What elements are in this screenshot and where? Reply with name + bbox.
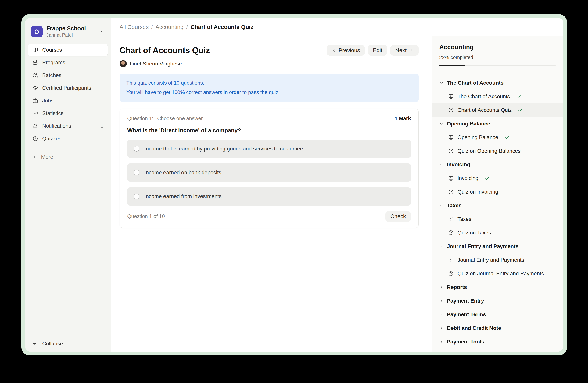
sidebar-more[interactable]: More (28, 151, 108, 163)
chevron-right-icon (439, 285, 443, 289)
chevron-down-icon (439, 203, 443, 208)
quiz-main: Chart of Accounts Quiz Previous Edit (111, 36, 432, 352)
outline-item-invoicing[interactable]: Invoicing (432, 172, 563, 185)
chevron-right-icon (439, 312, 443, 317)
check-button[interactable]: Check (385, 211, 411, 222)
answer-option-label: Income that is earned by providing goods… (144, 146, 306, 152)
outline-item-quiz-on-invoicing[interactable]: Quiz on Invoicing (432, 185, 563, 199)
outline-item-label: Opening Balance (458, 134, 498, 140)
outline-section-journal-entry-and-payments[interactable]: Journal Entry and Payments (432, 240, 563, 253)
sidebar-item-batches[interactable]: Batches (28, 69, 108, 81)
outline-section-title: Reports (447, 284, 467, 290)
next-button-label: Next (395, 47, 406, 54)
previous-button[interactable]: Previous (327, 45, 365, 56)
check-icon (518, 108, 523, 113)
notification-count-badge: 1 (101, 123, 104, 129)
sidebar-item-courses[interactable]: Courses (28, 44, 108, 56)
outline-section-payment-tools[interactable]: Payment Tools (432, 335, 563, 348)
outline-section-payment-entry[interactable]: Payment Entry (432, 294, 563, 308)
answer-option-1[interactable]: Income that is earned by providing goods… (127, 140, 411, 158)
left-sidebar: Frappe School Jannat Patel CoursesProgra… (25, 18, 111, 352)
help-circle-icon (448, 271, 454, 276)
workspace-switcher[interactable]: Frappe School Jannat Patel (28, 24, 108, 39)
users-icon (32, 73, 38, 78)
outline-item-the-chart-of-accounts[interactable]: The Chart of Accounts (432, 90, 563, 103)
quiz-toolbar: Previous Edit Next (327, 45, 419, 56)
outline-section-title: Payment Entry (447, 298, 484, 304)
monitor-play-icon (448, 257, 454, 263)
chevron-right-icon (409, 48, 414, 53)
check-icon (484, 176, 490, 181)
check-icon (504, 135, 509, 140)
help-circle-icon (448, 230, 454, 236)
sidebar-item-label: Programs (42, 60, 65, 66)
app-window: Frappe School Jannat Patel CoursesProgra… (25, 18, 563, 352)
radio-button[interactable] (134, 170, 139, 175)
outline-section-invoicing[interactable]: Invoicing (432, 158, 563, 172)
radio-button[interactable] (134, 193, 139, 199)
course-outline: Accounting 22% completed The Chart of Ac… (432, 36, 563, 352)
outline-item-label: Journal Entry and Payments (458, 257, 524, 263)
outline-section-title: Debit and Credit Note (447, 325, 501, 331)
question-type-label: Choose one answer (157, 116, 203, 121)
check-icon (516, 94, 521, 99)
edit-button[interactable]: Edit (368, 45, 387, 56)
sidebar-item-label: Courses (42, 47, 62, 53)
breadcrumb-accounting[interactable]: Accounting (156, 24, 184, 30)
author-name: Linet Sherin Varghese (130, 61, 182, 67)
outline-item-chart-of-accounts-quiz[interactable]: Chart of Accounts Quiz (432, 103, 563, 117)
outline-item-label: Taxes (458, 216, 471, 222)
outline-section-taxes[interactable]: Taxes (432, 199, 563, 212)
sidebar-item-jobs[interactable]: Jobs (28, 95, 108, 107)
outline-section-payment-terms[interactable]: Payment Terms (432, 308, 563, 321)
next-button[interactable]: Next (390, 45, 419, 56)
course-progress-bar (439, 64, 556, 66)
sidebar-item-notifications[interactable]: Notifications1 (28, 120, 108, 132)
page-title: Chart of Accounts Quiz (120, 46, 210, 55)
help-circle-icon (448, 189, 454, 195)
outline-section-title: The Chart of Accounts (447, 80, 504, 86)
outline-item-taxes[interactable]: Taxes (432, 212, 563, 226)
sidebar-item-certified-participants[interactable]: Certified Participants (28, 82, 108, 94)
sidebar-collapse-button[interactable]: Collapse (32, 341, 63, 347)
help-circle-icon (448, 107, 454, 113)
outline-section-title: Journal Entry and Payments (447, 243, 519, 249)
plus-icon[interactable] (99, 155, 104, 159)
sidebar-item-quizzes[interactable]: Quizzes (28, 133, 108, 145)
sidebar-item-statistics[interactable]: Statistics (28, 107, 108, 119)
chevron-down-icon (439, 122, 443, 126)
monitor-play-icon (448, 94, 454, 99)
outline-section-the-chart-of-accounts[interactable]: The Chart of Accounts (432, 76, 563, 90)
outline-section-opening-balance[interactable]: Opening Balance (432, 117, 563, 131)
route-icon (32, 60, 38, 65)
chevron-down-icon (439, 81, 443, 85)
quiz-author: Linet Sherin Varghese (120, 60, 419, 67)
answer-option-3[interactable]: Income earned from investments (127, 187, 411, 206)
outline-item-journal-entry-and-payments[interactable]: Journal Entry and Payments (432, 253, 563, 267)
quiz-instructions: This quiz consists of 10 questions. You … (120, 74, 419, 102)
answer-option-2[interactable]: Income earned on bank deposits (127, 164, 411, 182)
outline-item-quiz-on-taxes[interactable]: Quiz on Taxes (432, 226, 563, 240)
chevron-down-icon (100, 29, 105, 34)
outline-item-quiz-on-opening-balances[interactable]: Quiz on Opening Balances (432, 144, 563, 158)
workspace-user: Jannat Patel (46, 32, 86, 38)
outline-item-label: Quiz on Opening Balances (458, 148, 521, 154)
outline-item-label: Quiz on Taxes (458, 230, 491, 236)
right-pane: All Courses / Accounting / Chart of Acco… (111, 18, 563, 352)
breadcrumb-current: Chart of Accounts Quiz (190, 24, 253, 30)
outline-section-reports[interactable]: Reports (432, 280, 563, 294)
outline-item-quiz-on-journal-entry-and-payments[interactable]: Quiz on Journal Entry and Payments (432, 267, 563, 280)
breadcrumb-separator: / (186, 24, 188, 30)
sidebar-item-programs[interactable]: Programs (28, 57, 108, 69)
radio-button[interactable] (134, 146, 139, 152)
outline-item-opening-balance[interactable]: Opening Balance (432, 131, 563, 144)
bell-icon (32, 123, 38, 129)
sidebar-item-label: Statistics (42, 110, 63, 116)
chevron-right-icon (439, 340, 443, 344)
outline-section-title: Invoicing (447, 162, 470, 168)
answer-option-label: Income earned on bank deposits (144, 170, 221, 176)
breadcrumb-separator: / (151, 24, 153, 30)
outline-section-debit-and-credit-note[interactable]: Debit and Credit Note (432, 321, 563, 335)
breadcrumb-all-courses[interactable]: All Courses (120, 24, 148, 30)
outline-item-label: Invoicing (458, 175, 479, 181)
